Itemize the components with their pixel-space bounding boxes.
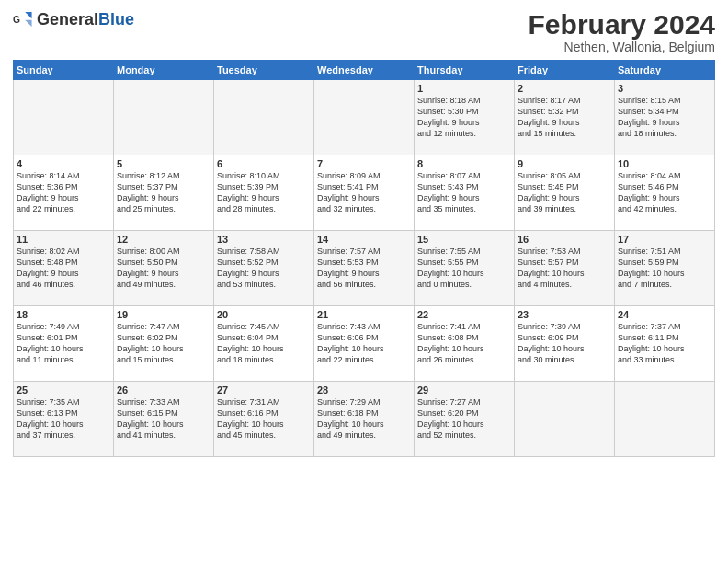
day-number: 26	[117, 385, 210, 396]
calendar-week-0: 1Sunrise: 8:18 AM Sunset: 5:30 PM Daylig…	[14, 80, 715, 155]
day-number: 19	[117, 309, 210, 320]
col-thursday: Thursday	[415, 61, 515, 80]
calendar-cell: 23Sunrise: 7:39 AM Sunset: 6:09 PM Dayli…	[515, 306, 615, 382]
calendar-cell: 13Sunrise: 7:58 AM Sunset: 5:52 PM Dayli…	[214, 231, 314, 306]
day-number: 12	[117, 234, 210, 245]
calendar-cell: 11Sunrise: 8:02 AM Sunset: 5:48 PM Dayli…	[14, 231, 114, 306]
col-sunday: Sunday	[14, 61, 114, 80]
calendar-cell: 16Sunrise: 7:53 AM Sunset: 5:57 PM Dayli…	[515, 231, 615, 306]
calendar-cell: 17Sunrise: 7:51 AM Sunset: 5:59 PM Dayli…	[615, 231, 715, 306]
day-info: Sunrise: 8:09 AM Sunset: 5:41 PM Dayligh…	[317, 170, 411, 215]
day-number: 7	[317, 158, 411, 169]
day-info: Sunrise: 8:15 AM Sunset: 5:34 PM Dayligh…	[618, 95, 711, 140]
day-info: Sunrise: 8:18 AM Sunset: 5:30 PM Dayligh…	[417, 95, 511, 140]
day-info: Sunrise: 8:00 AM Sunset: 5:50 PM Dayligh…	[117, 246, 210, 291]
day-info: Sunrise: 7:47 AM Sunset: 6:02 PM Dayligh…	[117, 321, 210, 366]
day-info: Sunrise: 8:10 AM Sunset: 5:39 PM Dayligh…	[217, 170, 311, 215]
calendar-cell: 8Sunrise: 8:07 AM Sunset: 5:43 PM Daylig…	[415, 155, 515, 231]
day-info: Sunrise: 7:58 AM Sunset: 5:52 PM Dayligh…	[217, 246, 311, 291]
calendar-cell: 7Sunrise: 8:09 AM Sunset: 5:41 PM Daylig…	[314, 155, 415, 231]
calendar-cell: 19Sunrise: 7:47 AM Sunset: 6:02 PM Dayli…	[114, 306, 214, 382]
day-number: 18	[17, 309, 110, 320]
day-number: 25	[17, 385, 110, 396]
page-container: G GeneralBlue February 2024 Nethen, Wall…	[0, 0, 728, 463]
calendar-cell: 18Sunrise: 7:49 AM Sunset: 6:01 PM Dayli…	[14, 306, 114, 382]
header: G GeneralBlue February 2024 Nethen, Wall…	[13, 9, 715, 54]
day-number: 8	[417, 158, 511, 169]
calendar-cell: 10Sunrise: 8:04 AM Sunset: 5:46 PM Dayli…	[615, 155, 715, 231]
day-number: 24	[618, 309, 711, 320]
calendar-week-4: 25Sunrise: 7:35 AM Sunset: 6:13 PM Dayli…	[14, 382, 715, 457]
day-number: 2	[518, 83, 611, 94]
day-info: Sunrise: 7:43 AM Sunset: 6:06 PM Dayligh…	[317, 321, 411, 366]
day-number: 16	[518, 234, 611, 245]
calendar-cell: 28Sunrise: 7:29 AM Sunset: 6:18 PM Dayli…	[314, 382, 415, 457]
col-tuesday: Tuesday	[214, 61, 314, 80]
day-number: 29	[417, 385, 511, 396]
calendar-cell: 24Sunrise: 7:37 AM Sunset: 6:11 PM Dayli…	[615, 306, 715, 382]
day-info: Sunrise: 7:51 AM Sunset: 5:59 PM Dayligh…	[618, 246, 711, 291]
day-info: Sunrise: 8:14 AM Sunset: 5:36 PM Dayligh…	[17, 170, 110, 215]
day-info: Sunrise: 7:29 AM Sunset: 6:18 PM Dayligh…	[317, 396, 411, 442]
calendar-cell: 6Sunrise: 8:10 AM Sunset: 5:39 PM Daylig…	[214, 155, 314, 231]
day-number: 6	[217, 158, 311, 169]
col-friday: Friday	[515, 61, 615, 80]
calendar-cell: 12Sunrise: 8:00 AM Sunset: 5:50 PM Dayli…	[114, 231, 214, 306]
day-info: Sunrise: 7:27 AM Sunset: 6:20 PM Dayligh…	[417, 396, 511, 442]
day-number: 20	[217, 309, 311, 320]
logo: G GeneralBlue	[13, 9, 134, 29]
day-number: 28	[317, 385, 411, 396]
day-number: 4	[17, 158, 110, 169]
day-info: Sunrise: 7:45 AM Sunset: 6:04 PM Dayligh…	[217, 321, 311, 366]
col-wednesday: Wednesday	[314, 61, 415, 80]
calendar-cell: 14Sunrise: 7:57 AM Sunset: 5:53 PM Dayli…	[314, 231, 415, 306]
day-info: Sunrise: 7:35 AM Sunset: 6:13 PM Dayligh…	[17, 396, 110, 442]
calendar-cell	[14, 80, 114, 155]
day-number: 9	[518, 158, 611, 169]
day-info: Sunrise: 7:33 AM Sunset: 6:15 PM Dayligh…	[117, 396, 210, 442]
calendar-cell	[314, 80, 415, 155]
header-row: Sunday Monday Tuesday Wednesday Thursday…	[14, 61, 715, 80]
calendar-cell: 5Sunrise: 8:12 AM Sunset: 5:37 PM Daylig…	[114, 155, 214, 231]
calendar-cell: 21Sunrise: 7:43 AM Sunset: 6:06 PM Dayli…	[314, 306, 415, 382]
calendar-cell: 2Sunrise: 8:17 AM Sunset: 5:32 PM Daylig…	[515, 80, 615, 155]
calendar-table: Sunday Monday Tuesday Wednesday Thursday…	[13, 60, 715, 457]
col-monday: Monday	[114, 61, 214, 80]
day-number: 13	[217, 234, 311, 245]
calendar-cell: 4Sunrise: 8:14 AM Sunset: 5:36 PM Daylig…	[14, 155, 114, 231]
day-number: 17	[618, 234, 711, 245]
day-info: Sunrise: 7:55 AM Sunset: 5:55 PM Dayligh…	[417, 246, 511, 291]
col-saturday: Saturday	[615, 61, 715, 80]
calendar-cell: 26Sunrise: 7:33 AM Sunset: 6:15 PM Dayli…	[114, 382, 214, 457]
day-number: 23	[518, 309, 611, 320]
calendar-week-1: 4Sunrise: 8:14 AM Sunset: 5:36 PM Daylig…	[14, 155, 715, 231]
calendar-cell: 27Sunrise: 7:31 AM Sunset: 6:16 PM Dayli…	[214, 382, 314, 457]
calendar-body: 1Sunrise: 8:18 AM Sunset: 5:30 PM Daylig…	[14, 80, 715, 457]
day-info: Sunrise: 8:12 AM Sunset: 5:37 PM Dayligh…	[117, 170, 210, 215]
calendar-cell: 15Sunrise: 7:55 AM Sunset: 5:55 PM Dayli…	[415, 231, 515, 306]
calendar-cell: 22Sunrise: 7:41 AM Sunset: 6:08 PM Dayli…	[415, 306, 515, 382]
day-info: Sunrise: 8:17 AM Sunset: 5:32 PM Dayligh…	[518, 95, 611, 140]
day-info: Sunrise: 7:53 AM Sunset: 5:57 PM Dayligh…	[518, 246, 611, 291]
calendar-cell	[615, 382, 715, 457]
calendar-cell: 9Sunrise: 8:05 AM Sunset: 5:45 PM Daylig…	[515, 155, 615, 231]
day-info: Sunrise: 8:07 AM Sunset: 5:43 PM Dayligh…	[417, 170, 511, 215]
svg-text:G: G	[13, 15, 20, 25]
day-info: Sunrise: 7:41 AM Sunset: 6:08 PM Dayligh…	[417, 321, 511, 366]
svg-marker-1	[25, 12, 31, 18]
logo-text: GeneralBlue	[37, 10, 134, 29]
title-block: February 2024 Nethen, Wallonia, Belgium	[529, 9, 715, 54]
calendar-cell: 20Sunrise: 7:45 AM Sunset: 6:04 PM Dayli…	[214, 306, 314, 382]
general-blue-icon: G	[13, 9, 33, 29]
location-subtitle: Nethen, Wallonia, Belgium	[529, 40, 715, 54]
day-info: Sunrise: 7:57 AM Sunset: 5:53 PM Dayligh…	[317, 246, 411, 291]
day-number: 1	[417, 83, 511, 94]
svg-marker-2	[25, 20, 31, 27]
day-info: Sunrise: 8:02 AM Sunset: 5:48 PM Dayligh…	[17, 246, 110, 291]
day-number: 14	[317, 234, 411, 245]
day-number: 5	[117, 158, 210, 169]
day-info: Sunrise: 7:49 AM Sunset: 6:01 PM Dayligh…	[17, 321, 110, 366]
day-number: 10	[618, 158, 711, 169]
logo-blue: Blue	[98, 10, 134, 29]
calendar-cell	[515, 382, 615, 457]
